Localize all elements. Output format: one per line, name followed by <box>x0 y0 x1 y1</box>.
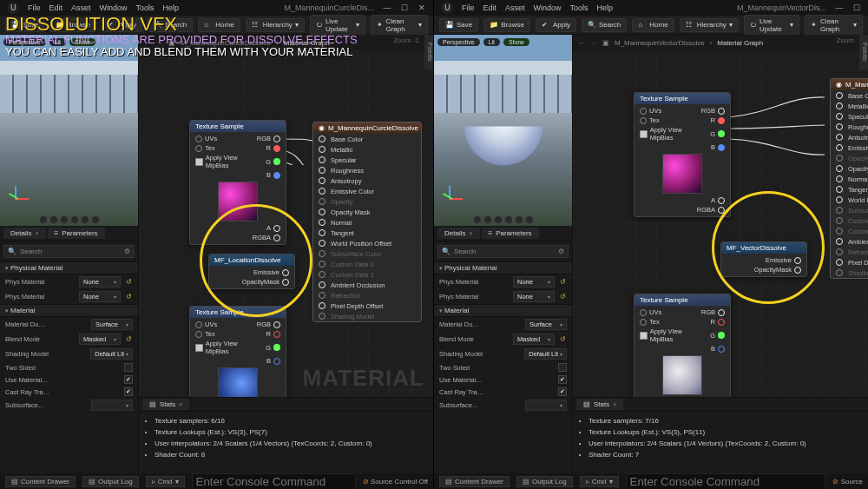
menu-edit[interactable]: Edit <box>49 3 63 12</box>
view-show[interactable]: Show <box>503 38 529 46</box>
view-lit[interactable]: Lit <box>483 38 500 46</box>
output-log-button[interactable]: ▤Output Log <box>516 476 573 487</box>
tab-stats[interactable]: ▤Stats× <box>576 399 623 410</box>
twosided-checkbox[interactable] <box>558 363 567 372</box>
reset-icon[interactable]: ↺ <box>558 335 567 344</box>
minimize-icon[interactable]: — <box>383 3 391 12</box>
shape-tray[interactable] <box>473 215 534 224</box>
content-drawer-button[interactable]: ▤Content Drawer <box>439 476 510 487</box>
source-control-status[interactable]: ⊘ Source <box>832 478 863 486</box>
node-mf-location-dissolve[interactable]: MF_LocationDissolve Emissive OpacityMask <box>208 254 295 289</box>
shape-tray[interactable] <box>39 215 100 224</box>
menu-help[interactable]: Help <box>163 3 180 12</box>
gear-icon[interactable]: ⚙ <box>558 248 564 255</box>
menu-asset[interactable]: Asset <box>71 3 91 12</box>
console-input[interactable] <box>192 473 356 490</box>
texture-thumb[interactable] <box>662 355 702 395</box>
back-icon[interactable]: ← <box>578 39 585 47</box>
tab-stats[interactable]: ▤Stats× <box>142 399 189 410</box>
view-perspective[interactable]: Perspective <box>437 38 480 46</box>
mip-checkbox[interactable] <box>195 344 203 352</box>
crumb-asset[interactable]: M_MannequinVectorDissolve <box>615 39 705 47</box>
menu-window[interactable]: Window <box>534 3 562 12</box>
physmat2-dropdown[interactable]: None <box>513 291 555 302</box>
maximize-icon[interactable]: ☐ <box>400 3 409 12</box>
preview-viewport[interactable]: Perspective Lit Show <box>434 35 572 226</box>
apply-button[interactable]: ✔Apply <box>536 18 576 32</box>
section-material[interactable]: Material <box>0 304 138 317</box>
menu-help[interactable]: Help <box>597 3 614 12</box>
menu-window[interactable]: Window <box>100 3 128 12</box>
node-mf-vector-dissolve[interactable]: MF_VectorDissolve Emissive OpacityMask <box>720 241 807 277</box>
castray-checkbox[interactable] <box>558 387 567 396</box>
crumb-leaf[interactable]: Material Graph <box>717 39 763 47</box>
menu-file[interactable]: File <box>462 3 475 12</box>
fwd-icon[interactable]: → <box>590 39 597 47</box>
texture-thumb[interactable] <box>662 154 702 194</box>
clean-graph-button[interactable]: ✦Clean Graph▾ <box>805 15 863 36</box>
reset-icon[interactable]: ↺ <box>124 278 133 287</box>
mip-checkbox[interactable] <box>640 332 648 340</box>
details-search[interactable]: 🔍Search⚙ <box>3 245 135 258</box>
physmat-dropdown[interactable]: None <box>513 276 555 287</box>
node-material-output[interactable]: ◉M_MannequinCurcleDissolve Base Color Me… <box>312 122 422 322</box>
clean-graph-button[interactable]: ✦Clean Graph▾ <box>371 15 428 36</box>
search-button[interactable]: 🔍Search <box>582 18 627 32</box>
source-control-status[interactable]: ⊘ Source Control Off <box>363 478 428 486</box>
physmat2-dropdown[interactable]: None <box>79 291 121 302</box>
reset-icon[interactable]: ↺ <box>558 293 567 301</box>
console-input[interactable] <box>626 473 826 490</box>
menu-edit[interactable]: Edit <box>483 3 497 12</box>
shading-dropdown[interactable]: Default Lit <box>524 348 567 360</box>
material-graph[interactable]: ← → ▣ M_MannequinCurcleDissolve › Materi… <box>139 35 433 473</box>
shading-dropdown[interactable]: Default Lit <box>90 348 133 360</box>
menu-tools[interactable]: Tools <box>136 3 155 12</box>
palette-tab[interactable]: Palette <box>424 35 433 69</box>
node-texture-sample-top[interactable]: Texture Sample UVsRGB TexR Apply View Mi… <box>634 92 731 217</box>
reset-icon[interactable]: ↺ <box>558 278 567 287</box>
browse-button[interactable]: 📁Browse <box>483 18 530 32</box>
section-physical-material[interactable]: Physical Material <box>0 261 138 274</box>
usemat-checkbox[interactable] <box>124 375 133 384</box>
subsurf-dropdown[interactable] <box>91 400 133 411</box>
preview-viewport[interactable]: Perspective Lit Show <box>0 35 138 226</box>
close-icon[interactable]: ✕ <box>418 3 426 12</box>
save-button[interactable]: 💾Save <box>439 18 478 32</box>
menu-file[interactable]: File <box>28 3 41 12</box>
menu-asset[interactable]: Asset <box>505 3 525 12</box>
castray-checkbox[interactable] <box>124 387 133 396</box>
mip-checkbox[interactable] <box>640 130 648 138</box>
tab-details[interactable]: Details× <box>3 228 46 239</box>
cmd-button[interactable]: ▹Cmd▾ <box>580 476 619 487</box>
details-search[interactable]: 🔍Search⚙ <box>437 245 569 258</box>
domain-dropdown[interactable]: Surface <box>525 319 567 330</box>
usemat-checkbox[interactable] <box>558 375 567 384</box>
physmat-dropdown[interactable]: None <box>79 276 121 287</box>
domain-dropdown[interactable]: Surface <box>91 319 133 330</box>
home-button[interactable]: ⌂Home <box>632 18 674 32</box>
reset-icon[interactable]: ↺ <box>124 335 133 344</box>
menu-tools[interactable]: Tools <box>570 3 589 12</box>
live-update-button[interactable]: ⭮Live Update▾ <box>744 15 800 36</box>
cmd-button[interactable]: ▹Cmd▾ <box>146 476 185 487</box>
blend-dropdown[interactable]: Masked <box>513 334 555 345</box>
maximize-icon[interactable]: ☐ <box>852 3 861 12</box>
node-texture-sample-top[interactable]: Texture Sample UVsRGB TexR Apply View Mi… <box>189 120 286 245</box>
output-log-button[interactable]: ▤Output Log <box>82 476 139 487</box>
material-graph[interactable]: ← → ▣ M_MannequinVectorDissolve › Materi… <box>573 35 868 473</box>
blend-dropdown[interactable]: Masked <box>79 334 121 345</box>
subsurf-dropdown[interactable] <box>525 400 567 411</box>
reset-icon[interactable]: ↺ <box>124 293 133 301</box>
palette-tab[interactable]: Palette <box>859 35 868 69</box>
tab-details[interactable]: Details× <box>437 228 480 239</box>
gear-icon[interactable]: ⚙ <box>124 248 130 255</box>
tab-parameters[interactable]: ≡Parameters <box>48 228 105 239</box>
content-drawer-button[interactable]: ▤Content Drawer <box>5 476 76 487</box>
minimize-icon[interactable]: — <box>835 3 844 12</box>
section-physical-material[interactable]: Physical Material <box>434 261 572 274</box>
section-material[interactable]: Material <box>434 304 572 317</box>
mip-checkbox[interactable] <box>195 158 203 166</box>
hierarchy-button[interactable]: ☷Hierarchy▾ <box>680 18 739 32</box>
tab-parameters[interactable]: ≡Parameters <box>482 228 539 239</box>
texture-thumb[interactable] <box>218 182 258 221</box>
